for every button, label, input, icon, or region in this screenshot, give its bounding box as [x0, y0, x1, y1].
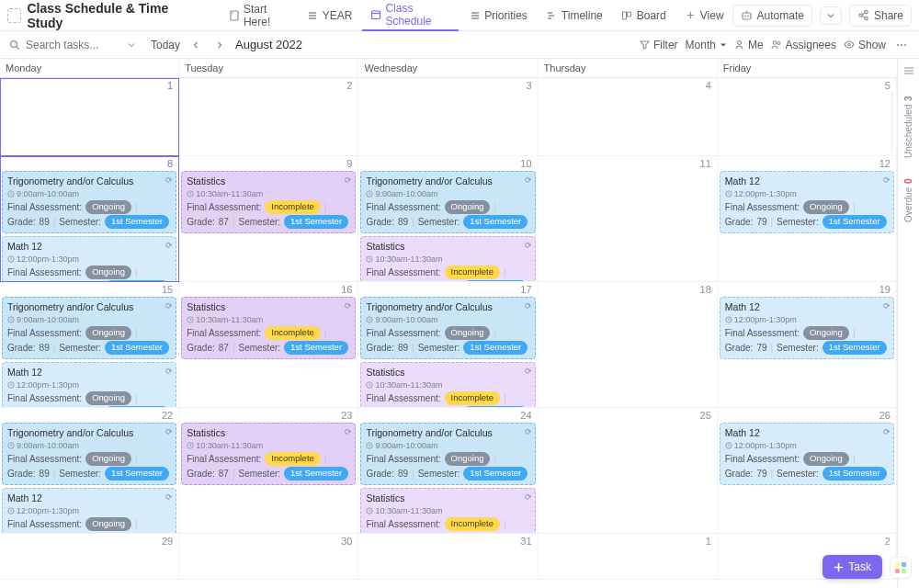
calendar-event[interactable]: ⟳Math 1212:00pm-1:30pmFinal Assessment:O…: [720, 423, 894, 485]
date-number: 31: [520, 536, 531, 547]
tab-start-here[interactable]: Start Here!: [221, 0, 297, 31]
calendar-event[interactable]: ⟳Trigonometry and/or Calculus9:00am-10:0…: [2, 297, 176, 359]
next-month-button[interactable]: [211, 40, 228, 50]
unscheduled-panel[interactable]: Unscheduled 3: [903, 96, 913, 158]
event-title: Trigonometry and/or Calculus: [7, 175, 171, 187]
calendar-cell[interactable]: 15⟳Trigonometry and/or Calculus9:00am-10…: [0, 282, 179, 408]
filter-label: Filter: [653, 39, 678, 51]
view-tabs: Start Here! YEAR Class Schedule Prioriti…: [221, 0, 732, 31]
calendar-cell[interactable]: 24⟳Trigonometry and/or Calculus9:00am-10…: [358, 408, 538, 534]
show-toggle[interactable]: Show: [844, 39, 886, 51]
day-header: Thursday: [539, 59, 718, 77]
calendar-cell[interactable]: 26⟳Math 1212:00pm-1:30pmFinal Assessment…: [718, 408, 897, 534]
calendar-event[interactable]: ⟳Math 1212:00pm-1:30pmFinal Assessment:O…: [2, 488, 176, 534]
calendar-cell[interactable]: 10⟳Trigonometry and/or Calculus9:00am-10…: [358, 156, 538, 282]
status-badge: Ongoing: [445, 326, 491, 340]
calendar-cell[interactable]: 31: [358, 534, 538, 580]
grade-label: Grade:: [187, 216, 215, 229]
tab-board[interactable]: Board: [613, 0, 675, 31]
page-title: Class Schedule & Time Study: [27, 1, 200, 30]
calendar-event[interactable]: ⟳Statistics10:30am-11:30amFinal Assessme…: [181, 297, 356, 359]
tab-timeline[interactable]: Timeline: [538, 0, 611, 31]
date-number: 16: [341, 284, 352, 295]
more-icon[interactable]: [893, 40, 910, 51]
calendar-event[interactable]: ⟳Statistics10:30am-11:30amFinal Assessme…: [181, 423, 356, 485]
calendar-cell[interactable]: 19⟳Math 1212:00pm-1:30pmFinal Assessment…: [718, 282, 897, 408]
event-title: Statistics: [366, 240, 529, 253]
calendar-cell[interactable]: 30: [179, 534, 358, 580]
calendar-cell[interactable]: 22⟳Trigonometry and/or Calculus9:00am-10…: [0, 408, 179, 534]
chevron-down-icon[interactable]: [127, 40, 136, 50]
overdue-panel[interactable]: Overdue 0: [903, 178, 913, 222]
tab-year[interactable]: YEAR: [299, 0, 361, 31]
tab-label: Priorities: [484, 9, 528, 22]
calendar-event[interactable]: ⟳Math 1212:00pm-1:30pmFinal Assessment:O…: [720, 297, 894, 359]
share-button[interactable]: Share: [849, 5, 912, 27]
calendar-event[interactable]: ⟳Statistics10:30am-11:30amFinal Assessme…: [181, 171, 356, 233]
tab-class-schedule[interactable]: Class Schedule: [362, 0, 459, 31]
status-badge: Incomplete: [445, 517, 500, 531]
semester-badge: 1st Semester: [284, 467, 348, 481]
semester-badge: 1st Semester: [463, 215, 528, 229]
filter-button[interactable]: Filter: [640, 39, 678, 51]
calendar-cell[interactable]: 18: [539, 282, 718, 408]
svg-point-8: [859, 14, 862, 17]
recurring-icon: ⟳: [165, 366, 173, 377]
semester-label: Semester:: [239, 468, 281, 481]
calendar-cell[interactable]: 2: [179, 78, 358, 156]
new-task-button[interactable]: Task: [823, 555, 882, 579]
search-box[interactable]: [9, 39, 138, 51]
calendar-event[interactable]: ⟳Trigonometry and/or Calculus9:00am-10:0…: [2, 423, 176, 485]
calendar-cell[interactable]: 12⟳Math 1212:00pm-1:30pmFinal Assessment…: [718, 156, 897, 282]
calendar-event[interactable]: ⟳Statistics10:30am-11:30amFinal Assessme…: [360, 488, 535, 534]
search-input[interactable]: [26, 39, 118, 51]
grade-value: 79: [756, 216, 766, 229]
svg-point-15: [848, 43, 851, 46]
calendar-cell[interactable]: 23⟳Statistics10:30am-11:30amFinal Assess…: [179, 408, 358, 534]
calendar-cell[interactable]: 29: [0, 534, 179, 580]
tab-priorities[interactable]: Priorities: [460, 0, 536, 31]
calendar-cell[interactable]: 1: [539, 534, 718, 580]
calendar-event[interactable]: ⟳Trigonometry and/or Calculus9:00am-10:0…: [360, 171, 535, 233]
calendar-cell[interactable]: 16⟳Statistics10:30am-11:30amFinal Assess…: [179, 282, 358, 408]
calendar-event[interactable]: ⟳Statistics10:30am-11:30amFinal Assessme…: [360, 362, 535, 408]
event-title: Trigonometry and/or Calculus: [7, 426, 171, 439]
calendar-cell[interactable]: 5: [718, 78, 897, 156]
automate-button[interactable]: Automate: [732, 5, 812, 27]
app-launcher-button[interactable]: [890, 557, 912, 579]
calendar-cell[interactable]: 9⟳Statistics10:30am-11:30amFinal Assessm…: [179, 156, 358, 282]
calendar-event[interactable]: ⟳Trigonometry and/or Calculus9:00am-10:0…: [360, 297, 535, 359]
calendar-cell[interactable]: 11: [539, 156, 718, 282]
view-mode-selector[interactable]: Month: [686, 39, 727, 51]
event-title: Trigonometry and/or Calculus: [366, 175, 529, 187]
assignees-filter[interactable]: Assignees: [771, 39, 836, 51]
status-badge: Incomplete: [265, 452, 320, 466]
chevron-down-icon: [826, 11, 835, 20]
grade-value: 89: [40, 216, 50, 229]
calendar-cell[interactable]: 25: [539, 408, 718, 534]
calendar-event[interactable]: ⟳Math 1212:00pm-1:30pmFinal Assessment:O…: [720, 171, 894, 233]
automate-dropdown[interactable]: [820, 6, 842, 25]
calendar-event[interactable]: ⟳Trigonometry and/or Calculus9:00am-10:0…: [360, 423, 535, 485]
calendar-cell[interactable]: 1: [0, 78, 179, 156]
calendar-event[interactable]: ⟳Trigonometry and/or Calculus9:00am-10:0…: [2, 171, 176, 233]
calendar-cell[interactable]: 3: [358, 78, 538, 156]
collapse-icon[interactable]: [903, 66, 914, 75]
today-button[interactable]: Today: [151, 39, 180, 51]
calendar-event[interactable]: ⟳Math 1212:00pm-1:30pmFinal Assessment:O…: [2, 236, 176, 282]
final-assessment-label: Final Assessment:: [366, 453, 440, 466]
calendar-event[interactable]: ⟳Statistics10:30am-11:30amFinal Assessme…: [360, 236, 535, 282]
me-filter[interactable]: Me: [734, 39, 764, 51]
prev-month-button[interactable]: [187, 40, 204, 50]
final-assessment-label: Final Assessment:: [366, 327, 440, 340]
recurring-icon: ⟳: [883, 300, 891, 311]
recurring-icon: ⟳: [345, 175, 352, 186]
status-badge: Incomplete: [445, 266, 500, 279]
calendar-cell[interactable]: 17⟳Trigonometry and/or Calculus9:00am-10…: [358, 282, 538, 408]
calendar-cell[interactable]: 8⟳Trigonometry and/or Calculus9:00am-10:…: [0, 156, 179, 282]
final-assessment-label: Final Assessment:: [366, 201, 440, 214]
tab-add-view[interactable]: View: [676, 0, 732, 31]
calendar-event[interactable]: ⟳Math 1212:00pm-1:30pmFinal Assessment:O…: [2, 362, 176, 408]
calendar-cell[interactable]: 4: [539, 78, 718, 156]
main: MondayTuesdayWednesdayThursdayFriday 123…: [0, 59, 919, 588]
